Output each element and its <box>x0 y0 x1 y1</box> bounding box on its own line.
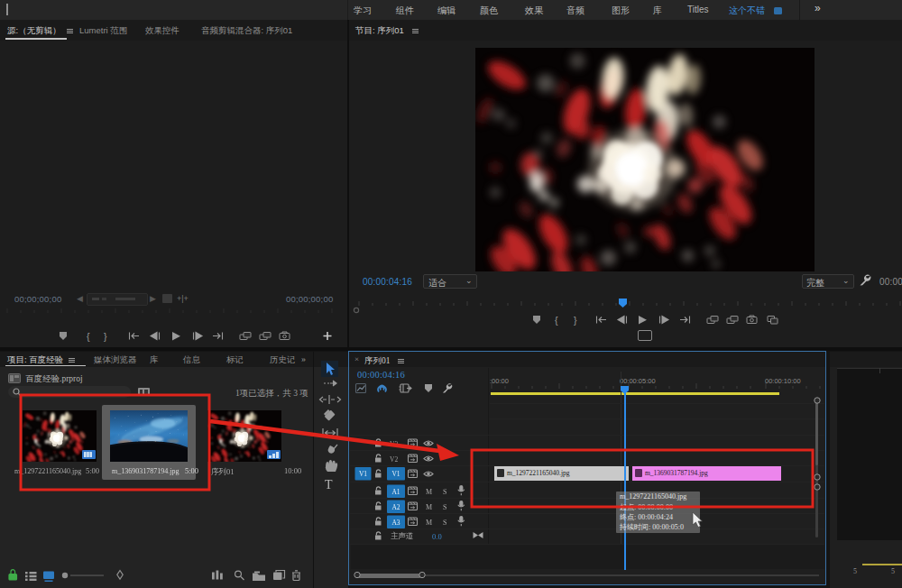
svg-text:A3: A3 <box>391 519 400 527</box>
svg-text:S: S <box>443 503 446 511</box>
svg-text:A1: A1 <box>391 488 400 496</box>
svg-text:0.0: 0.0 <box>432 532 442 541</box>
svg-text:00:00:10:00: 00:00:10:00 <box>765 377 801 385</box>
svg-text:}: } <box>574 315 577 326</box>
svg-text:{: { <box>555 315 558 326</box>
svg-text:T: T <box>325 478 333 492</box>
svg-text:V3: V3 <box>390 440 398 448</box>
svg-text:S: S <box>443 488 446 496</box>
svg-text:M: M <box>426 488 432 496</box>
svg-text:V1: V1 <box>359 470 367 478</box>
svg-text::00:00: :00:00 <box>490 377 509 385</box>
svg-text:M: M <box>426 503 432 511</box>
svg-text:V1: V1 <box>391 470 400 478</box>
svg-text:M: M <box>426 519 432 527</box>
svg-text:00:00:05:00: 00:00:05:00 <box>620 377 656 385</box>
svg-text:S: S <box>443 519 446 527</box>
svg-text:V2: V2 <box>390 455 398 464</box>
svg-text:}: } <box>104 331 107 342</box>
svg-text:{: { <box>87 331 90 342</box>
svg-text:A2: A2 <box>391 503 400 511</box>
svg-text:主声道: 主声道 <box>391 531 414 540</box>
